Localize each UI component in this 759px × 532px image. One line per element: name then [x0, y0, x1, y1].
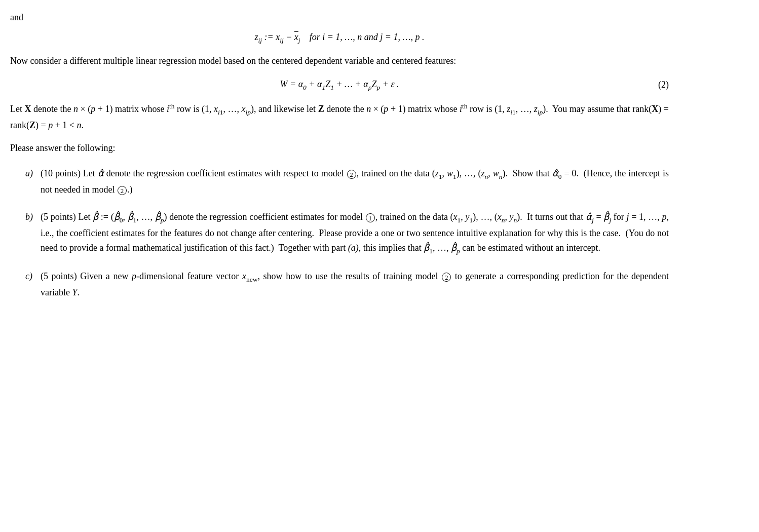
- answer-list: a) (10 points) Let α̂ denote the regress…: [25, 166, 669, 300]
- list-label-b: b): [25, 210, 41, 224]
- ref-2a: 2: [347, 170, 356, 179]
- list-body-b: (5 points) Let β̂ := (β̂0, β̂1, …, β̂p) …: [41, 210, 669, 257]
- equation-W-content: W = α0 + α1Z1 + … + αpZp + ε .: [10, 77, 669, 93]
- list-item-a: a) (10 points) Let α̂ denote the regress…: [25, 166, 669, 198]
- ref-2c: 2: [442, 273, 451, 282]
- list-label-c: c): [25, 269, 41, 284]
- X-bold: X: [25, 104, 31, 114]
- ref-1b: 1: [366, 213, 375, 222]
- ref-2a2: 2: [118, 186, 127, 195]
- equation-W-number: (2): [658, 78, 669, 92]
- equation-z-text: zij := xij − xj for i = 1, …, n and j = …: [255, 32, 425, 42]
- list-label-a: a): [25, 166, 41, 181]
- list-body-a: (10 points) Let α̂ denote the regression…: [41, 166, 669, 198]
- list-body-c: (5 points) Given a new p-dimensional fea…: [41, 269, 669, 300]
- page-content: and zij := xij − xj for i = 1, …, n and …: [10, 10, 669, 300]
- equation-W: W = α0 + α1Z1 + … + αpZp + ε . (2): [10, 77, 669, 93]
- please-answer: Please answer the following:: [10, 141, 669, 156]
- paragraph-1: Now consider a different multiple linear…: [10, 54, 669, 69]
- list-item-c: c) (5 points) Given a new p-dimensional …: [25, 269, 669, 300]
- Z-bold: Z: [318, 104, 324, 114]
- paragraph-2: Let X denote the n × (p + 1) matrix whos…: [10, 101, 669, 133]
- equation-z: zij := xij − xj for i = 1, …, n and j = …: [10, 30, 669, 46]
- intro-word: and: [10, 10, 669, 25]
- list-item-b: b) (5 points) Let β̂ := (β̂0, β̂1, …, β̂…: [25, 210, 669, 257]
